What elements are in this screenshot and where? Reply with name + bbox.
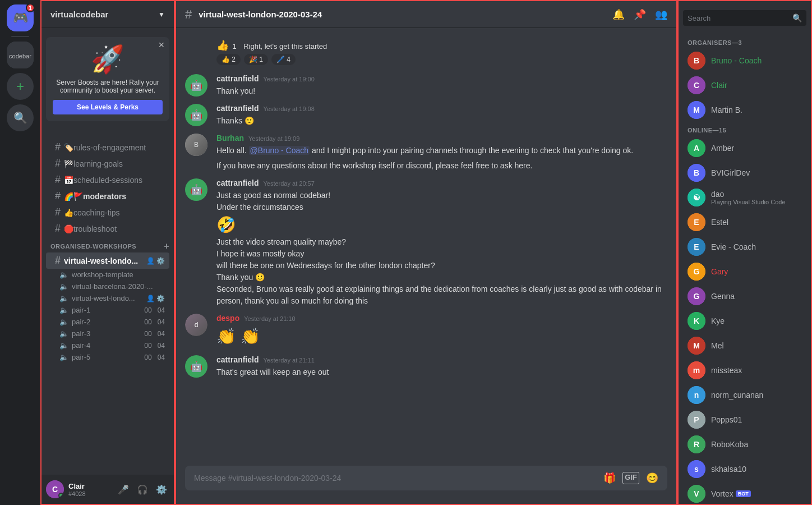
add-server-button[interactable]: +: [7, 73, 34, 100]
message-header: cattranfield Yesterday at 20:57: [216, 178, 667, 187]
chat-area: # virtual-west-london-2020-03-24 🔔 📌 👥 👍…: [175, 0, 677, 505]
channel-rules-of-engagement[interactable]: # 🏷️rules-of-engagement: [46, 139, 169, 155]
member-skhalsa10[interactable]: s skhalsa10: [683, 457, 806, 481]
pin-icon[interactable]: 📌: [634, 8, 646, 21]
member-evie[interactable]: E Evie - Coach: [683, 235, 806, 259]
member-dao[interactable]: ☯ dao Playing Visual Studio Code: [683, 185, 806, 210]
icon-bar-divider: [11, 36, 29, 37]
avatar-emoji: 🤖: [190, 360, 202, 373]
channel-pair-1[interactable]: 🔈 pair-1 0004: [46, 304, 169, 316]
message-author: despo: [216, 314, 239, 323]
hash-icon: #: [55, 223, 61, 235]
avatar-image: B: [185, 134, 207, 156]
member-avatar: n: [688, 386, 705, 404]
close-banner-button[interactable]: ✕: [158, 40, 165, 49]
channel-learning-goals[interactable]: # 🏁learning-goals: [46, 155, 169, 172]
mute-button[interactable]: 🎤: [116, 482, 131, 497]
member-name: Martin B.: [711, 105, 802, 114]
server-header[interactable]: virtualcodebar ▼: [41, 1, 174, 28]
member-info: dao Playing Visual Studio Code: [711, 190, 802, 205]
member-missteax[interactable]: m missteax: [683, 358, 806, 383]
discord-home-button[interactable]: 🎮 1: [7, 4, 34, 31]
channel-coaching-tips[interactable]: # 👍coaching-tips: [46, 204, 169, 221]
member-name: skhalsa10: [711, 465, 802, 474]
server-icon-virtualcodebar[interactable]: [7, 42, 34, 68]
member-avatar: C: [688, 76, 705, 94]
message-text-7: Seconded, Bruno was really good at expla…: [216, 283, 667, 307]
member-amber[interactable]: A Amber: [683, 136, 806, 160]
message-avatar: 🤖: [185, 74, 207, 97]
member-name: Estel: [711, 218, 802, 227]
channel-scheduled-sessions[interactable]: # 📅scheduled-sessions: [46, 172, 169, 188]
member-bvigirldev[interactable]: B BVIGirlDev: [683, 160, 806, 185]
channel-pair-3[interactable]: 🔈 pair-3 0004: [46, 328, 169, 339]
hash-icon: #: [55, 141, 61, 153]
thumbs-up-icon: 👍: [216, 40, 229, 51]
gif-icon[interactable]: GIF: [622, 472, 639, 484]
channel-name: pair-4: [72, 341, 90, 350]
add-channel-button[interactable]: +: [164, 241, 169, 251]
members-search-input[interactable]: [688, 14, 788, 22]
message-author: Burhan: [216, 134, 244, 143]
member-robokoba[interactable]: R RoboKoba: [683, 432, 806, 457]
channel-virtual-west-london[interactable]: # virtual-west-londo... 👤 ⚙️: [46, 252, 169, 269]
speaker-icon: 🔈: [59, 318, 68, 326]
notification-badge: 1: [26, 3, 35, 12]
notification-bell-icon[interactable]: 🔔: [612, 8, 625, 21]
member-avatar: G: [688, 287, 705, 305]
input-icons: 🎁 GIF 😊: [603, 472, 658, 484]
organised-workshops-header[interactable]: ORGANISED-WORKSHOPS +: [41, 239, 174, 252]
channel-troubleshoot[interactable]: # 🛑troubleshoot: [46, 221, 169, 237]
member-popps01[interactable]: P Popps01: [683, 407, 806, 432]
member-gary[interactable]: G Gary: [683, 259, 806, 284]
message-content: despo Yesterday at 21:10 👏 👏: [216, 314, 667, 348]
channel-virtual-west-london-2[interactable]: 🔈 virtual-west-londo... 👤 ⚙️: [46, 292, 169, 304]
member-estel[interactable]: E Estel: [683, 210, 806, 235]
message-text-2: Under the circumstances: [216, 201, 667, 213]
member-avatar: E: [688, 238, 705, 256]
channel-pair-4[interactable]: 🔈 pair-4 0004: [46, 339, 169, 351]
member-name: dao: [711, 190, 802, 199]
member-kye[interactable]: K Kye: [683, 309, 806, 333]
user-discriminator: #4028: [68, 490, 111, 497]
gift-icon[interactable]: 🎁: [603, 472, 616, 484]
member-info: BVIGirlDev: [711, 168, 802, 177]
member-genna[interactable]: G Genna: [683, 284, 806, 309]
message-author: cattranfield: [216, 74, 259, 83]
settings-button[interactable]: ⚙️: [154, 482, 169, 497]
member-norm-cunanan[interactable]: n norm_cunanan: [683, 383, 806, 407]
message-input[interactable]: [194, 474, 597, 483]
speaker-icon: 🔈: [59, 270, 68, 279]
channel-name: 🏷️rules-of-engagement: [64, 143, 165, 152]
reaction-thumbs-up[interactable]: 👍 2: [216, 54, 241, 65]
reaction-party[interactable]: 🎉 1: [244, 54, 268, 65]
channel-pair-2[interactable]: 🔈 pair-2 0004: [46, 316, 169, 328]
member-name: Clair: [711, 81, 802, 90]
member-mel[interactable]: M Mel: [683, 333, 806, 358]
member-martin[interactable]: M Martin B.: [683, 98, 806, 122]
channel-moderators[interactable]: # 🌈🚩moderators: [46, 188, 169, 204]
deafen-button[interactable]: 🎧: [135, 482, 150, 497]
message-group: 🤖 cattranfield Yesterday at 19:08 Thanks…: [185, 102, 667, 129]
avatar-image: B: [688, 52, 705, 70]
discover-servers-button[interactable]: 🔍: [7, 104, 34, 131]
member-info: Popps01: [711, 415, 802, 424]
member-info: Bruno - Coach: [711, 56, 802, 65]
message-timestamp: Yesterday at 19:08: [263, 105, 314, 112]
channel-virtual-barcelona[interactable]: 🔈 virtual-barcelona-2020-...: [46, 281, 169, 292]
channel-name: 👍coaching-tips: [64, 208, 165, 217]
speaker-icon: 🔈: [59, 341, 68, 350]
members-icon[interactable]: 👥: [655, 8, 667, 21]
message-content: cattranfield Yesterday at 19:00 Thank yo…: [216, 74, 667, 97]
channel-pair-5[interactable]: 🔈 pair-5 0004: [46, 351, 169, 363]
emoji-icon[interactable]: 😊: [646, 472, 658, 484]
member-clair[interactable]: C Clair: [683, 73, 806, 98]
channel-name: virtual-west-londo...: [64, 256, 143, 265]
member-bruno[interactable]: B Bruno - Coach: [683, 48, 806, 73]
channel-name: virtual-west-londo...: [72, 294, 135, 302]
speaker-icon: 🔈: [59, 306, 68, 314]
channel-workshop-template[interactable]: 🔈 workshop-template: [46, 269, 169, 281]
reaction-pencil[interactable]: 🖊️ 4: [271, 54, 296, 65]
see-levels-perks-button[interactable]: See Levels & Perks: [53, 100, 163, 114]
member-vortex[interactable]: V Vortex BOT: [683, 481, 806, 505]
